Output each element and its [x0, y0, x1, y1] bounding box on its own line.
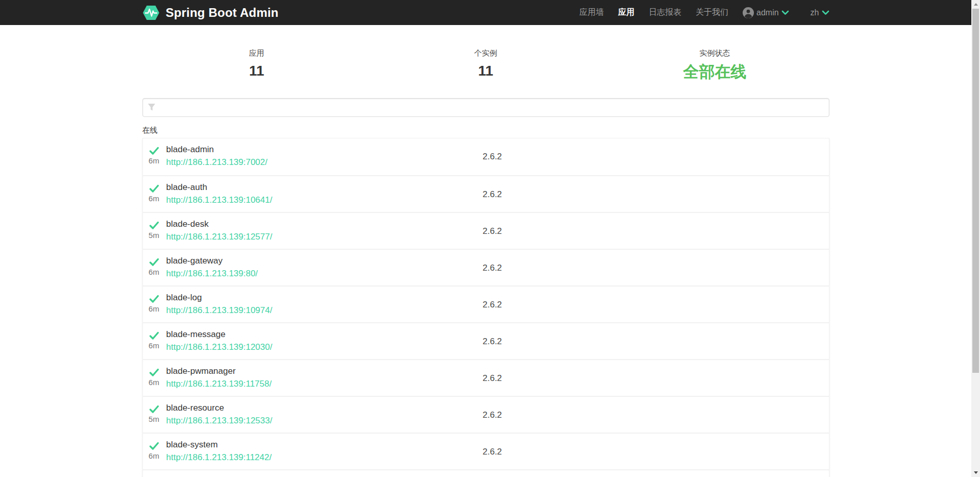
- application-name: blade-turbine: [166, 475, 273, 477]
- instance-url-link[interactable]: http://186.1.213.139:10641/: [166, 195, 273, 205]
- application-row[interactable]: 6m blade-gateway http://186.1.213.139:80…: [143, 249, 829, 285]
- application-version: 2.6.2: [483, 189, 502, 200]
- row-status: 6m: [145, 250, 163, 276]
- application-row[interactable]: 6m blade-turbine http://186.1.213.139:10…: [143, 469, 829, 477]
- filter-input[interactable]: [142, 98, 829, 117]
- application-version: 2.6.2: [483, 300, 502, 310]
- status-up-check-icon: [149, 258, 159, 267]
- stat-value: 11: [142, 63, 372, 79]
- application-name: blade-log: [166, 292, 273, 304]
- uptime-label: 5m: [149, 231, 159, 239]
- nav-item-applications[interactable]: 应用: [618, 7, 634, 18]
- chevron-down-icon: [781, 10, 789, 15]
- application-name: blade-system: [166, 439, 272, 451]
- row-status: 6m: [145, 434, 163, 460]
- nav-item-about[interactable]: 关于我们: [696, 7, 728, 18]
- language-selector[interactable]: zh: [811, 8, 829, 17]
- row-info: blade-auth http://186.1.213.139:10641/: [166, 176, 273, 206]
- row-info: blade-resource http://186.1.213.139:1253…: [166, 397, 273, 427]
- row-status: 6m: [145, 360, 163, 386]
- row-status: 6m: [145, 470, 163, 477]
- application-name: blade-gateway: [166, 255, 258, 267]
- row-status: 5m: [145, 213, 163, 239]
- application-version: 2.6.2: [483, 152, 502, 162]
- instance-url-link[interactable]: http://186.1.213.139:7002/: [166, 157, 268, 167]
- user-avatar-icon: [743, 7, 754, 18]
- filter-section: [142, 98, 829, 117]
- application-row[interactable]: 6m blade-log http://186.1.213.139:10974/…: [143, 285, 829, 322]
- status-up-check-icon: [149, 221, 159, 230]
- uptime-label: 6m: [149, 305, 159, 313]
- nav-item-wallboard[interactable]: 应用墙: [579, 7, 604, 18]
- application-version: 2.6.2: [483, 373, 502, 384]
- status-up-check-icon: [149, 368, 159, 377]
- scroll-up-arrow-icon: [974, 3, 978, 6]
- application-name: blade-admin: [166, 144, 268, 156]
- row-info: blade-gateway http://186.1.213.139:80/: [166, 250, 258, 280]
- row-info: blade-pwmanager http://186.1.213.139:117…: [166, 360, 272, 390]
- application-row[interactable]: 6m blade-message http://186.1.213.139:12…: [143, 322, 829, 359]
- application-row[interactable]: 5m blade-resource http://186.1.213.139:1…: [143, 396, 829, 433]
- row-info: blade-message http://186.1.213.139:12030…: [166, 323, 273, 353]
- page: Spring Boot Admin 应用墙 应用 日志报表 关于我们 admin: [0, 0, 980, 477]
- application-row[interactable]: 6m blade-system http://186.1.213.139:112…: [143, 433, 829, 469]
- stat-value-all-online: 全部在线: [600, 63, 829, 81]
- chevron-down-icon: [822, 10, 829, 15]
- app-title: Spring Boot Admin: [166, 6, 279, 20]
- application-name: blade-auth: [166, 181, 273, 194]
- spring-boot-admin-logo-icon: [142, 5, 160, 20]
- stat-instance-status: 实例状态 全部在线: [600, 49, 829, 81]
- scrollbar-thumb[interactable]: [972, 9, 979, 373]
- uptime-label: 6m: [149, 378, 159, 386]
- scroll-up-button[interactable]: [971, 0, 980, 9]
- application-row[interactable]: 6m blade-pwmanager http://186.1.213.139:…: [143, 359, 829, 396]
- row-info: blade-desk http://186.1.213.139:12577/: [166, 213, 273, 243]
- application-row[interactable]: 6m blade-auth http://186.1.213.139:10641…: [143, 175, 829, 212]
- nav-item-journal[interactable]: 日志报表: [649, 7, 681, 18]
- uptime-label: 6m: [149, 157, 159, 164]
- instance-url-link[interactable]: http://186.1.213.139:12533/: [166, 416, 273, 425]
- stat-label: 个实例: [371, 49, 600, 58]
- row-status: 6m: [145, 138, 163, 164]
- application-name: blade-desk: [166, 218, 273, 230]
- uptime-label: 6m: [149, 452, 159, 460]
- uptime-label: 6m: [149, 195, 159, 202]
- application-version: 2.6.2: [483, 226, 502, 236]
- instance-url-link[interactable]: http://186.1.213.139:11758/: [166, 379, 272, 389]
- instance-url-link[interactable]: http://186.1.213.139:12577/: [166, 232, 273, 242]
- stat-value: 11: [371, 63, 600, 79]
- uptime-label: 5m: [149, 415, 159, 423]
- application-row[interactable]: 5m blade-desk http://186.1.213.139:12577…: [143, 212, 829, 249]
- language-value: zh: [811, 8, 819, 17]
- instance-url-link[interactable]: http://186.1.213.139:80/: [166, 269, 258, 278]
- application-row[interactable]: 6m blade-admin http://186.1.213.139:7002…: [143, 138, 829, 175]
- user-menu[interactable]: admin: [743, 7, 789, 18]
- row-info: blade-log http://186.1.213.139:10974/: [166, 287, 273, 317]
- status-up-check-icon: [149, 442, 159, 450]
- instance-url-link[interactable]: http://186.1.213.139:10974/: [166, 305, 273, 315]
- instance-url-link[interactable]: http://186.1.213.139:11242/: [166, 452, 272, 462]
- instance-url-link[interactable]: http://186.1.213.139:12030/: [166, 342, 273, 352]
- top-navbar: Spring Boot Admin 应用墙 应用 日志报表 关于我们 admin: [0, 0, 971, 25]
- scroll-down-button[interactable]: [971, 468, 980, 477]
- row-info: blade-turbine http://186.1.213.139:10542…: [166, 470, 273, 477]
- application-version: 2.6.2: [483, 447, 502, 457]
- brand[interactable]: Spring Boot Admin: [142, 5, 279, 20]
- application-name: blade-message: [166, 328, 273, 341]
- row-status: 6m: [145, 323, 163, 349]
- row-status: 6m: [145, 176, 163, 202]
- main-viewport: Spring Boot Admin 应用墙 应用 日志报表 关于我们 admin: [0, 0, 971, 477]
- vertical-scrollbar[interactable]: [971, 0, 980, 477]
- status-summary: 应用 11 个实例 11 实例状态 全部在线: [142, 25, 829, 81]
- status-up-check-icon: [149, 295, 159, 303]
- application-version: 2.6.2: [483, 263, 502, 273]
- status-up-check-icon: [149, 405, 159, 414]
- application-name: blade-resource: [166, 402, 273, 414]
- filter-funnel-icon: [148, 103, 156, 111]
- stat-label: 实例状态: [600, 49, 829, 58]
- row-status: 5m: [145, 397, 163, 423]
- status-up-check-icon: [149, 331, 159, 340]
- header-nav: 应用墙 应用 日志报表 关于我们 admin: [579, 7, 829, 18]
- application-version: 2.6.2: [483, 410, 502, 420]
- stat-applications: 应用 11: [142, 49, 372, 81]
